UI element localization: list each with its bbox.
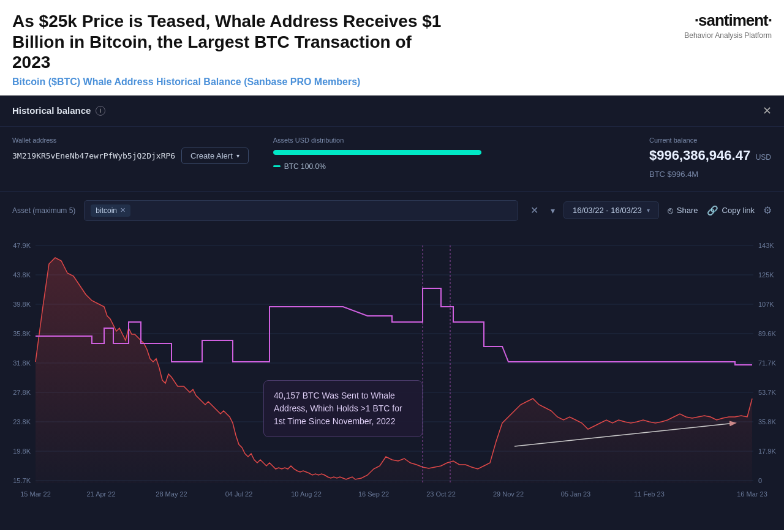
close-icon[interactable]: ✕ bbox=[763, 104, 772, 118]
asset-label: Asset (maximum 5) bbox=[12, 206, 75, 215]
date-range-label: 16/03/22 - 16/03/23 bbox=[573, 206, 642, 215]
svg-text:31.8K: 31.8K bbox=[13, 359, 31, 367]
santiment-logo: ·santiment· bbox=[695, 11, 772, 30]
copy-link-label: Copy link bbox=[722, 206, 755, 215]
create-alert-button[interactable]: Create Alert ▾ bbox=[181, 148, 249, 164]
distribution-label: Assets USD distribution bbox=[273, 137, 625, 144]
svg-text:29 Nov 22: 29 Nov 22 bbox=[493, 490, 524, 498]
asset-tag-container[interactable]: bitcoin ✕ bbox=[84, 200, 518, 221]
main-panel: Historical balance i ✕ Wallet address 3M… bbox=[0, 96, 784, 530]
svg-text:10 Aug 22: 10 Aug 22 bbox=[291, 490, 322, 498]
svg-text:71.7K: 71.7K bbox=[758, 359, 776, 367]
date-chevron-icon: ▾ bbox=[647, 207, 650, 214]
panel-header: Historical balance i ✕ bbox=[0, 96, 784, 127]
svg-text:23 Oct 22: 23 Oct 22 bbox=[426, 490, 456, 498]
svg-text:11 Feb 23: 11 Feb 23 bbox=[634, 490, 665, 498]
balance-usd-value: $996,386,946.47 bbox=[649, 148, 750, 163]
header-right: ·santiment· Behavior Analysis Platform bbox=[649, 11, 772, 40]
wallet-address-row: 3M219KR5vEneNb47ewrPfWyb5jQ2DjxRP6 Creat… bbox=[12, 148, 249, 164]
panel-title: Historical balance bbox=[12, 105, 91, 116]
wallet-block: Wallet address 3M219KR5vEneNb47ewrPfWyb5… bbox=[12, 137, 249, 164]
svg-text:19.8K: 19.8K bbox=[13, 448, 31, 455]
page-subtitle: Bitcoin ($BTC) Whale Address Historical … bbox=[12, 77, 649, 88]
svg-text:35.8K: 35.8K bbox=[13, 330, 31, 337]
svg-text:143K: 143K bbox=[758, 242, 774, 249]
create-alert-label: Create Alert bbox=[190, 151, 233, 160]
copy-link-button[interactable]: 🔗 Copy link bbox=[707, 205, 755, 216]
chart-area: 47.9K 43.8K 39.8K 35.8K 31.8K 27.8K 23.8… bbox=[0, 227, 784, 509]
distribution-bar-fill bbox=[273, 150, 481, 155]
distribution-bar-container bbox=[273, 150, 481, 155]
svg-text:15.7K: 15.7K bbox=[13, 477, 31, 484]
svg-text:27.8K: 27.8K bbox=[13, 389, 31, 396]
svg-text:53.7K: 53.7K bbox=[758, 389, 776, 396]
header-left: As $25k Price is Teased, Whale Address R… bbox=[12, 11, 649, 88]
svg-text:16 Sep 22: 16 Sep 22 bbox=[358, 490, 389, 498]
balance-label: Current balance bbox=[649, 137, 772, 144]
svg-text:47.9K: 47.9K bbox=[13, 242, 31, 249]
action-buttons: ⎋ Share 🔗 Copy link ⚙ bbox=[668, 204, 772, 216]
svg-text:28 May 22: 28 May 22 bbox=[156, 490, 187, 498]
chart-svg: 47.9K 43.8K 39.8K 35.8K 31.8K 27.8K 23.8… bbox=[0, 227, 784, 509]
svg-text:15 Mar 22: 15 Mar 22 bbox=[20, 490, 51, 498]
balance-block: Current balance $996,386,946.47 USD BTC … bbox=[649, 137, 772, 179]
controls-row: Asset (maximum 5) bitcoin ✕ ✕ ▾ 16/03/22… bbox=[0, 192, 784, 227]
balance-usd-row: $996,386,946.47 USD bbox=[649, 148, 772, 163]
santiment-tagline: Behavior Analysis Platform bbox=[684, 31, 772, 40]
balance-btc-value: BTC $996.4M bbox=[649, 170, 772, 179]
svg-text:39.8K: 39.8K bbox=[13, 301, 31, 308]
page-title: As $25k Price is Teased, Whale Address R… bbox=[12, 11, 453, 73]
asset-tag-remove[interactable]: ✕ bbox=[120, 206, 126, 214]
btc-legend-text: BTC 100.0% bbox=[284, 162, 326, 171]
btc-legend-dot bbox=[273, 165, 281, 167]
balance-usd-unit: USD bbox=[756, 153, 771, 162]
wallet-label: Wallet address bbox=[12, 137, 249, 144]
info-icon[interactable]: i bbox=[96, 106, 105, 116]
distribution-block: Assets USD distribution BTC 100.0% bbox=[273, 137, 625, 171]
panel-title-row: Historical balance i bbox=[12, 105, 105, 116]
svg-text:16 Mar 23: 16 Mar 23 bbox=[737, 490, 767, 498]
svg-text:89.6K: 89.6K bbox=[758, 330, 776, 337]
svg-text:43.8K: 43.8K bbox=[13, 271, 31, 279]
wallet-address: 3M219KR5vEneNb47ewrPfWyb5jQ2DjxRP6 bbox=[12, 151, 175, 160]
info-row: Wallet address 3M219KR5vEneNb47ewrPfWyb5… bbox=[0, 127, 784, 192]
chevron-down-icon: ▾ bbox=[236, 152, 239, 159]
svg-text:05 Jan 23: 05 Jan 23 bbox=[561, 490, 590, 498]
asset-clear-button[interactable]: ✕ bbox=[527, 203, 542, 217]
svg-text:23.8K: 23.8K bbox=[13, 418, 31, 425]
asset-tag-label: bitcoin bbox=[96, 206, 117, 215]
svg-text:21 Apr 22: 21 Apr 22 bbox=[86, 490, 115, 498]
share-button[interactable]: ⎋ Share bbox=[668, 205, 698, 215]
link-icon: 🔗 bbox=[707, 205, 718, 216]
svg-text:35.8K: 35.8K bbox=[758, 418, 776, 425]
asset-tag-bitcoin: bitcoin ✕ bbox=[91, 204, 130, 217]
settings-button[interactable]: ⚙ bbox=[763, 204, 772, 216]
svg-text:107K: 107K bbox=[758, 301, 774, 308]
chart-svg-wrapper: 47.9K 43.8K 39.8K 35.8K 31.8K 27.8K 23.8… bbox=[0, 227, 784, 509]
share-label: Share bbox=[677, 206, 698, 215]
svg-text:125K: 125K bbox=[758, 271, 774, 279]
page-header: As $25k Price is Teased, Whale Address R… bbox=[0, 0, 784, 96]
svg-text:04 Jul 22: 04 Jul 22 bbox=[225, 490, 253, 498]
date-range-button[interactable]: 16/03/22 - 16/03/23 ▾ bbox=[564, 201, 659, 219]
share-icon: ⎋ bbox=[668, 205, 673, 215]
svg-text:0: 0 bbox=[758, 477, 762, 484]
distribution-legend: BTC 100.0% bbox=[273, 162, 625, 171]
asset-dropdown-button[interactable]: ▾ bbox=[551, 206, 555, 215]
svg-text:17.9K: 17.9K bbox=[758, 448, 776, 455]
